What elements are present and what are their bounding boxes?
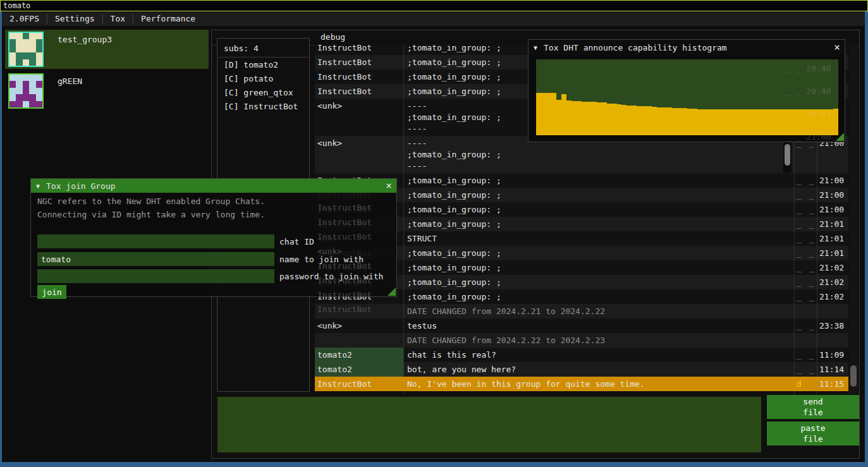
histogram-window-title: Tox DHT announce capability histogram (544, 43, 829, 52)
collapse-triangle-icon[interactable]: ▼ (31, 183, 46, 190)
avatar-pixel (23, 52, 29, 59)
avatar-pixel (16, 59, 22, 66)
histogram-bar (551, 93, 556, 135)
send-file-button[interactable]: send file (767, 395, 859, 419)
avatar-pixel (29, 101, 35, 107)
avatar-pixel (9, 94, 16, 100)
avatar-pixel (36, 88, 42, 94)
join-group-dialog[interactable]: ▼ Tox join Group × InstructBotInstructBo… (30, 178, 397, 297)
menu-item-settings[interactable]: Settings (47, 12, 102, 26)
subs-member[interactable]: [C] green_qtox (217, 85, 309, 99)
message-timestamp: 21:00 (817, 173, 848, 188)
histogram-bar (637, 106, 642, 135)
histogram-bar (728, 109, 733, 135)
histogram-bar (561, 94, 566, 135)
delivery-indicators: d _ (794, 377, 817, 391)
avatar-pixel (36, 39, 42, 45)
subs-member[interactable]: [C] potato (217, 71, 309, 85)
avatar-pixel (29, 81, 35, 87)
group-name-label: gREEN (58, 76, 82, 108)
delivery-indicators: _ _ (794, 289, 817, 304)
app-window: tomato 2.0FPS Settings Tox Performance t… (0, 0, 868, 467)
group-list-item-green[interactable]: gREEN (5, 71, 209, 108)
paste-file-button[interactable]: paste file (767, 422, 859, 446)
ngc-hint-line2: Connecting via ID might take a very long… (31, 206, 396, 219)
date-separator-row[interactable]: DATE CHANGED from 2024.2.22 to 2024.2.23 (315, 333, 848, 348)
window-frame-left (0, 11, 2, 467)
os-titlebar[interactable]: tomato (0, 0, 868, 11)
join-password-input[interactable] (37, 269, 274, 283)
ngc-hint-line1: NGC refers to the New DHT enabled Group … (31, 193, 396, 206)
avatar-pixel (16, 75, 22, 81)
message-row[interactable]: tomato2bot, are you new here?_ _11:14 (315, 362, 848, 377)
join-button[interactable]: join (37, 285, 66, 299)
histogram-bar (738, 109, 743, 135)
avatar-pixel (36, 33, 42, 39)
chat-scrollbar-thumb[interactable] (850, 365, 857, 387)
close-icon[interactable]: × (381, 179, 396, 192)
sender-name: InstructBot (315, 377, 403, 391)
menu-item-performance[interactable]: Performance (133, 12, 203, 26)
histogram-bar (662, 107, 667, 135)
histogram-bar (667, 107, 672, 135)
message-timestamp: 21:02 (817, 275, 848, 289)
sender-name: <unk> (315, 136, 403, 150)
group-list-item-test-group3[interactable]: test_group3 (5, 30, 209, 69)
menu-item-tox[interactable]: Tox (103, 12, 133, 26)
resize-grip[interactable] (388, 288, 396, 296)
subs-member[interactable]: [C] InstructBot (217, 99, 309, 113)
histogram-bar (733, 109, 738, 135)
avatar-pixel (9, 81, 16, 87)
histogram-bar (597, 102, 602, 135)
avatar-pixel (9, 75, 16, 81)
avatar-pixel (36, 46, 42, 52)
join-name-input[interactable] (37, 252, 274, 266)
resize-grip[interactable] (836, 133, 844, 141)
chat-scrollbar[interactable] (849, 45, 858, 394)
message-timestamp: 21:00 (817, 188, 848, 202)
ghost-sender-name: InstructBot (317, 232, 372, 241)
message-text: ;tomato_in_group: ; (403, 202, 794, 217)
subs-member[interactable]: [D] tomato2 (217, 58, 309, 71)
histogram-window-titlebar[interactable]: ▼ Tox DHT announce capability histogram … (529, 40, 845, 55)
avatar-pixel (36, 52, 42, 59)
message-row[interactable]: tomato2chat is this real?_ _11:09 (315, 348, 848, 362)
chat-id-input[interactable] (37, 234, 274, 248)
join-password-label: password to join with (274, 272, 383, 281)
message-text: STRUCT (403, 231, 794, 246)
message-timestamp: 21:02 (817, 260, 848, 275)
close-icon[interactable]: × (829, 41, 845, 54)
message-row[interactable]: InstructBotNo, I've been in this group f… (315, 377, 848, 391)
message-text: chat is this real? (403, 348, 794, 362)
histogram-bar (677, 108, 682, 135)
join-dialog-titlebar[interactable]: ▼ Tox join Group × (31, 179, 396, 193)
avatar-pixel (23, 39, 29, 45)
histogram-bar (642, 106, 647, 135)
message-input-area[interactable] (217, 397, 761, 452)
message-row[interactable]: <unk>testus_ _23:38 (315, 318, 848, 333)
tab-debug[interactable]: debug (321, 32, 345, 42)
sender-name: InstructBot (315, 45, 403, 55)
dht-histogram-window[interactable]: ▼ Tox DHT announce capability histogram … (528, 39, 845, 142)
date-separator-row[interactable]: DATE CHANGED from 2024.2.21 to 2024.2.22 (315, 304, 848, 318)
avatar-pixel (16, 81, 22, 87)
ghost-timestamp-row: _ _ 20:40 (786, 64, 831, 73)
message-pane-scrollbar-thumb[interactable] (785, 144, 790, 166)
message-text: ;tomato_in_group: ; (403, 289, 794, 304)
histogram-bar (778, 109, 783, 135)
message-timestamp: 21:01 (817, 246, 848, 260)
histogram-bar (682, 108, 687, 135)
group-avatar (8, 73, 44, 109)
message-text: bot, are you new here? (403, 362, 794, 377)
collapse-triangle-icon[interactable]: ▼ (529, 44, 544, 51)
histogram-bar (753, 109, 758, 135)
window-frame-bottom (0, 462, 868, 467)
avatar-pixel (16, 88, 22, 94)
histogram-bar (707, 109, 712, 135)
avatar-pixel (23, 46, 29, 52)
avatar-pixel (29, 94, 35, 100)
message-timestamp (817, 304, 848, 307)
avatar-pixel (29, 33, 35, 39)
menu-bar: 2.0FPS Settings Tox Performance (2, 12, 865, 26)
histogram-bar (712, 109, 718, 135)
